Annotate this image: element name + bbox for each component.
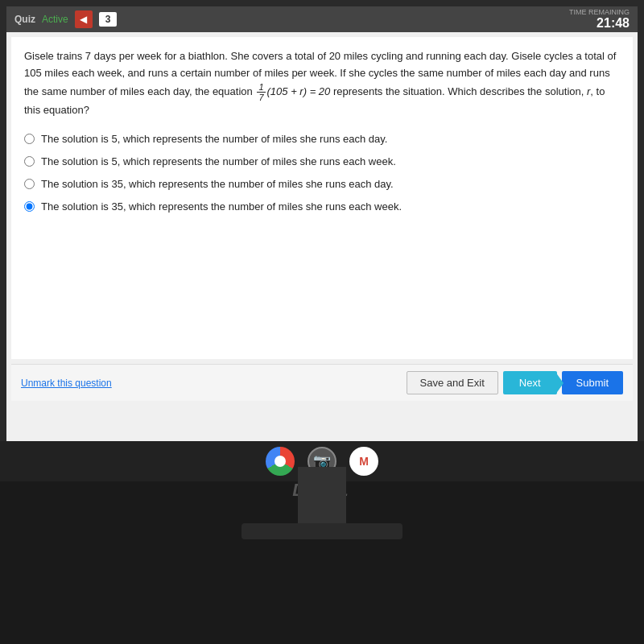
gmail-icon[interactable]: M xyxy=(349,447,378,476)
fraction: 1 7 xyxy=(257,82,265,102)
radio-option-4[interactable] xyxy=(24,201,35,212)
desk-area xyxy=(0,539,644,644)
action-buttons: Save and Exit Next Submit xyxy=(407,371,623,394)
time-remaining-display: TIME REMAINING 21:48 xyxy=(569,8,630,31)
unmark-button[interactable]: Unmark this question xyxy=(21,378,112,389)
save-exit-button[interactable]: Save and Exit xyxy=(407,371,498,394)
option-4-text: The solution is 35, which represents the… xyxy=(41,200,402,214)
screen: Quiz Active ◀ 3 TIME REMAINING 21:48 Gis… xyxy=(6,6,638,445)
monitor-stand-neck xyxy=(298,467,346,531)
question-text: Gisele trains 7 days per week for a biat… xyxy=(24,48,620,119)
back-button[interactable]: ◀ xyxy=(75,10,93,28)
radio-option-1[interactable] xyxy=(24,134,35,144)
equation-display: 1 7 (105 + r) = 20 xyxy=(255,85,333,97)
time-remaining-label: TIME REMAINING xyxy=(569,8,630,16)
option-3[interactable]: The solution is 35, which represents the… xyxy=(24,177,620,192)
active-label: Active xyxy=(42,14,68,25)
monitor-outer: Quiz Active ◀ 3 TIME REMAINING 21:48 Gis… xyxy=(0,0,644,467)
radio-option-2[interactable] xyxy=(24,156,35,167)
option-2-text: The solution is 5, which represents the … xyxy=(41,155,396,169)
answer-options: The solution is 5, which represents the … xyxy=(24,132,620,215)
radio-option-3[interactable] xyxy=(24,179,35,189)
option-3-text: The solution is 35, which represents the… xyxy=(41,177,394,192)
question-number-badge: 3 xyxy=(99,12,118,27)
option-4[interactable]: The solution is 35, which represents the… xyxy=(24,200,620,214)
action-bar: Unmark this question Save and Exit Next … xyxy=(11,364,633,401)
chrome-icon[interactable] xyxy=(266,447,295,476)
time-value: 21:48 xyxy=(597,16,630,30)
quiz-label: Quiz xyxy=(14,14,35,25)
next-button[interactable]: Next xyxy=(503,371,557,394)
option-1[interactable]: The solution is 5, which represents the … xyxy=(24,132,620,147)
monitor-stand-base xyxy=(242,523,402,539)
submit-button[interactable]: Submit xyxy=(562,371,623,394)
top-bar: Quiz Active ◀ 3 TIME REMAINING 21:48 xyxy=(6,6,638,32)
option-1-text: The solution is 5, which represents the … xyxy=(41,132,387,147)
option-2[interactable]: The solution is 5, which represents the … xyxy=(24,155,620,169)
top-bar-left: Quiz Active ◀ 3 xyxy=(14,10,117,28)
content-area: Gisele trains 7 days per week for a biat… xyxy=(11,37,633,359)
